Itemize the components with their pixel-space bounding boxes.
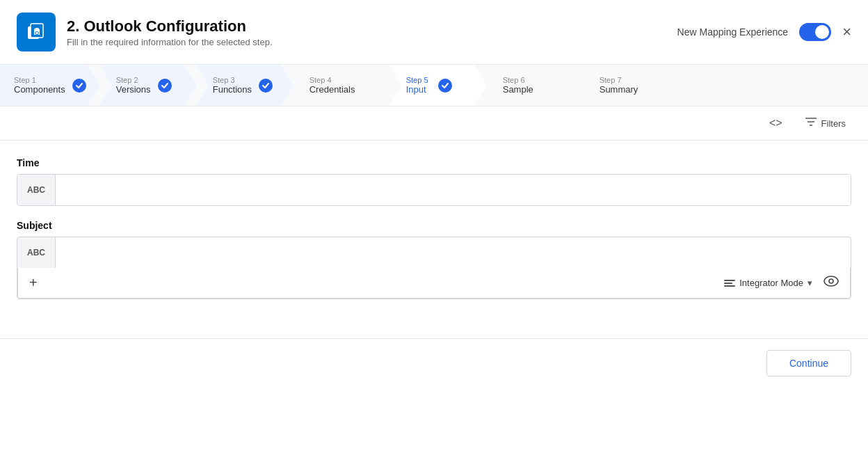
step7-number: Step 7: [600, 76, 638, 84]
integrator-mode-button[interactable]: Integrator Mode ▾: [724, 278, 812, 288]
page-subtitle: Fill in the required information for the…: [67, 37, 273, 47]
step2-check: [158, 79, 172, 93]
svg-point-9: [824, 276, 838, 286]
step6-name: Sample: [503, 84, 533, 95]
header: O 2. Outlook Configuration Fill in the r…: [0, 0, 868, 65]
toolbar: <> Filters: [0, 106, 868, 141]
main-content: Time ABC Subject ABC + Integrator Mode ▾: [0, 141, 868, 310]
step5-name: Input: [406, 84, 428, 95]
new-mapping-toggle[interactable]: [799, 23, 831, 41]
subject-type-badge: ABC: [17, 237, 56, 268]
subject-bottom-bar: + Integrator Mode ▾: [17, 268, 851, 299]
filter-icon: [805, 116, 817, 130]
step-item-sample[interactable]: Step 6 Sample: [486, 65, 584, 106]
step-item-functions[interactable]: Step 3 Functions: [196, 65, 294, 106]
chevron-down-icon: ▾: [807, 278, 812, 288]
filters-button[interactable]: Filters: [799, 113, 851, 133]
integrator-mode-label: Integrator Mode: [739, 278, 803, 288]
step5-check: [438, 79, 452, 93]
continue-button[interactable]: Continue: [766, 350, 851, 376]
time-field-row: ABC: [17, 174, 851, 206]
subject-input[interactable]: [56, 237, 851, 268]
steps-bar: Step 1 Components Step 2 Versions Step 3…: [0, 65, 868, 106]
step-item-summary[interactable]: Step 7 Summary: [583, 65, 680, 106]
header-left: O 2. Outlook Configuration Fill in the r…: [17, 13, 273, 51]
close-button[interactable]: ×: [842, 24, 851, 40]
eye-button[interactable]: [823, 276, 839, 290]
header-title: 2. Outlook Configuration Fill in the req…: [67, 17, 273, 47]
code-icon: <>: [769, 117, 782, 129]
outlook-icon: O: [17, 13, 56, 51]
step6-number: Step 6: [503, 76, 533, 84]
step4-name: Credentials: [310, 84, 355, 95]
subject-label: Subject: [17, 220, 851, 231]
svg-point-10: [829, 279, 833, 283]
step1-name: Components: [14, 84, 65, 95]
step1-number: Step 1: [14, 76, 65, 84]
step-item-credentials[interactable]: Step 4 Credentials: [293, 65, 390, 106]
add-button[interactable]: +: [29, 275, 38, 291]
step4-number: Step 4: [310, 76, 355, 84]
step7-name: Summary: [600, 84, 638, 95]
step3-number: Step 3: [213, 76, 252, 84]
lines-icon: [724, 280, 735, 287]
header-right: New Mapping Experience ×: [677, 23, 851, 41]
step2-number: Step 2: [116, 76, 151, 84]
time-input[interactable]: [56, 175, 851, 205]
subject-top-row: ABC: [17, 237, 851, 268]
subject-field-container: ABC + Integrator Mode ▾: [17, 237, 851, 299]
code-view-button[interactable]: <>: [764, 114, 788, 132]
step-item-versions[interactable]: Step 2 Versions: [99, 65, 197, 106]
time-label: Time: [17, 157, 851, 168]
time-type-badge: ABC: [17, 175, 56, 205]
step2-name: Versions: [116, 84, 151, 95]
step-item-components[interactable]: Step 1 Components: [0, 65, 100, 106]
svg-text:O: O: [35, 30, 39, 36]
step5-number: Step 5: [406, 76, 428, 84]
right-actions: Integrator Mode ▾: [724, 276, 839, 290]
step3-check: [259, 79, 273, 93]
new-mapping-label: New Mapping Experience: [677, 26, 789, 38]
step3-name: Functions: [213, 84, 252, 95]
page-title: 2. Outlook Configuration: [67, 17, 273, 35]
filters-label: Filters: [821, 118, 846, 129]
footer: Continue: [0, 339, 868, 388]
step-item-input[interactable]: Step 5 Input: [389, 65, 487, 106]
step1-check: [72, 79, 86, 93]
